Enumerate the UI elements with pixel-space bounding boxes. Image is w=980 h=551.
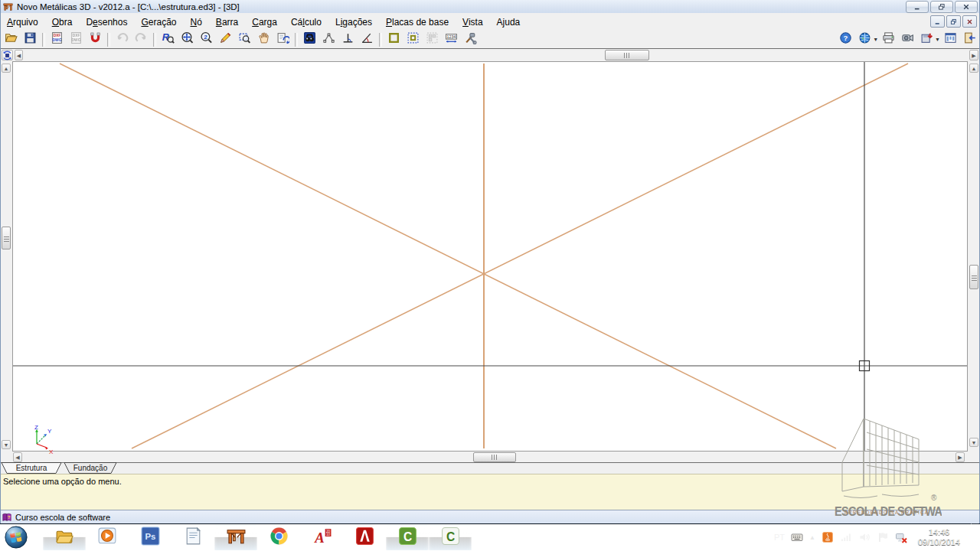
- menu-item-geracao[interactable]: Geração: [134, 15, 183, 30]
- taskbar-item-media-player[interactable]: [86, 525, 129, 551]
- group-selection-button[interactable]: [423, 31, 442, 48]
- save-file-button[interactable]: [21, 31, 40, 48]
- redraw-button[interactable]: [273, 31, 292, 48]
- menu-item-ajuda[interactable]: Ajuda: [490, 15, 528, 30]
- settings-tools-button[interactable]: [461, 31, 480, 48]
- print-button[interactable]: [879, 31, 898, 48]
- drawing-canvas[interactable]: [12, 61, 968, 452]
- keyboard-icon[interactable]: [791, 531, 803, 543]
- right-scroll-down-arrow[interactable]: ▼: [969, 438, 978, 447]
- network-disconnected-icon[interactable]: [895, 531, 907, 543]
- rotate-right-arrow[interactable]: ▶: [969, 50, 978, 60]
- axis-indicator: Z Y X: [23, 422, 57, 456]
- menu-item-placas-de-base[interactable]: Placas de base: [379, 15, 456, 30]
- bottom-scroll-right-arrow[interactable]: ▶: [956, 452, 965, 462]
- minimize-button[interactable]: [906, 1, 929, 13]
- mdi-minimize-button[interactable]: [930, 15, 945, 28]
- taskbar-item-explorer[interactable]: [43, 525, 86, 551]
- redo-button[interactable]: [132, 31, 151, 48]
- rotate-left-arrow[interactable]: ◀: [15, 50, 23, 60]
- right-scroll-thumb[interactable]: [969, 265, 978, 289]
- taskbar-item-chrome[interactable]: [257, 525, 300, 551]
- show-hidden-icons-button[interactable]: ▲: [809, 534, 815, 541]
- magnet-button[interactable]: [86, 31, 105, 48]
- select-region-button[interactable]: [403, 31, 423, 48]
- export-dxf-button[interactable]: DXFDWG: [67, 31, 86, 48]
- taskbar-item-camtasia[interactable]: C: [386, 525, 429, 551]
- tab-estrutura[interactable]: Estrutura: [2, 463, 61, 474]
- internet-globe-dropdown-arrow[interactable]: ▼: [873, 37, 878, 42]
- taskbar-item-photoshop[interactable]: Ps: [129, 525, 172, 551]
- select-square-icon: [387, 31, 400, 47]
- help-button[interactable]: ?: [836, 31, 855, 48]
- import-dxf-button[interactable]: DXFDWG: [47, 31, 67, 48]
- action-center-flag-icon[interactable]: [877, 531, 889, 543]
- zoom-extents-button[interactable]: [178, 31, 197, 48]
- close-button[interactable]: [955, 1, 978, 13]
- right-scroll-up-arrow[interactable]: ▲: [969, 64, 978, 73]
- menu-item-obra[interactable]: Obra: [45, 15, 80, 30]
- zoom-extents-icon: [181, 31, 194, 47]
- taskbar-item-metalicas-3d[interactable]: [214, 525, 257, 551]
- export-save-dropdown-arrow[interactable]: ▼: [935, 37, 940, 42]
- left-scroll-thumb[interactable]: [2, 227, 11, 249]
- menu-item-vista[interactable]: Vista: [456, 15, 489, 30]
- perpendicular-button[interactable]: [338, 31, 358, 48]
- bottom-scroll-strip: ◀ ▶: [12, 452, 968, 463]
- volume-icon[interactable]: [858, 531, 871, 543]
- tab-fundacao[interactable]: Fundação: [64, 463, 116, 474]
- capture-button[interactable]: [898, 31, 917, 48]
- network-signal-icon[interactable]: [840, 531, 852, 543]
- menu-item-calculo[interactable]: Cálculo: [284, 15, 328, 30]
- edit-pencil-button[interactable]: [216, 31, 235, 48]
- java-icon[interactable]: [822, 531, 834, 543]
- perpendicular-icon: [341, 31, 354, 47]
- taskbar-item-autocad[interactable]: A2010: [300, 525, 343, 551]
- exit-door-button[interactable]: [960, 31, 979, 48]
- zoom-real-button[interactable]: R: [158, 31, 178, 48]
- left-scroll-up-arrow[interactable]: ▲: [2, 64, 11, 73]
- svg-text:DXF: DXF: [73, 34, 80, 37]
- notepad-icon: [183, 526, 204, 549]
- zoom-window-button[interactable]: [235, 31, 254, 48]
- taskbar-item-notepad[interactable]: [172, 525, 214, 551]
- dimension-values-button[interactable]: 1234: [442, 31, 461, 48]
- rotate-3d-button[interactable]: [2, 50, 13, 60]
- menu-item-desenhos[interactable]: Desenhos: [79, 15, 134, 30]
- show-desktop-button[interactable]: [971, 523, 978, 551]
- horizontal-rotate-thumb[interactable]: [605, 50, 649, 60]
- bottom-scroll-thumb[interactable]: [473, 452, 516, 462]
- menu-item-no[interactable]: Nó: [184, 15, 209, 30]
- mdi-close-button[interactable]: [962, 15, 977, 28]
- undo-button[interactable]: [113, 31, 132, 48]
- help-book-icon: ?: [2, 512, 12, 523]
- menu-item-carga[interactable]: Carga: [245, 15, 284, 30]
- language-indicator[interactable]: PT: [774, 533, 785, 542]
- print-icon: [882, 31, 895, 47]
- bar-nodes-button[interactable]: [319, 31, 338, 48]
- select-square-button[interactable]: [384, 31, 403, 48]
- svg-text:?: ?: [844, 34, 848, 42]
- menu-item-arquivo[interactable]: Arquivo: [0, 15, 45, 30]
- left-scroll-down-arrow[interactable]: ▼: [2, 440, 11, 449]
- clock[interactable]: 14:46 09/10/2014: [913, 527, 965, 547]
- open-file-button[interactable]: [2, 31, 21, 48]
- search-binoculars-button[interactable]: [300, 31, 319, 48]
- export-save-button[interactable]: [917, 31, 936, 48]
- taskbar-item-adobe-reader[interactable]: [343, 525, 386, 551]
- svg-text:2: 2: [204, 34, 207, 41]
- menu-item-ligacoes[interactable]: Ligações: [328, 15, 379, 30]
- start-button[interactable]: [2, 524, 30, 550]
- pan-hand-button[interactable]: [254, 31, 273, 48]
- dimension-angle-button[interactable]: [358, 31, 377, 48]
- restore-button[interactable]: [930, 1, 953, 13]
- internet-globe-button[interactable]: [855, 31, 874, 48]
- bottom-scroll-left-arrow[interactable]: ◀: [13, 452, 22, 462]
- title-bar: Novo Metálicas 3D - v2012.a - [C:\...\es…: [0, 0, 980, 14]
- taskbar-item-camtasia-recorder[interactable]: C: [429, 525, 472, 551]
- zoom-previous-button[interactable]: 2: [197, 31, 216, 48]
- open-file-icon: [5, 31, 18, 47]
- mdi-restore-button[interactable]: [946, 15, 961, 28]
- window-layout-button[interactable]: [941, 31, 960, 48]
- menu-item-barra[interactable]: Barra: [209, 15, 245, 30]
